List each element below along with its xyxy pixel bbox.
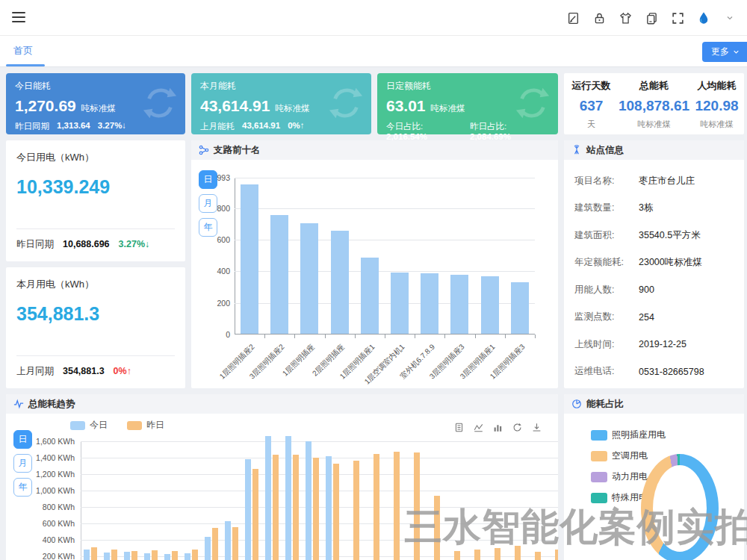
usage-percent: 0%↑ — [114, 366, 131, 376]
usage-value: 10,339.249 — [16, 176, 110, 198]
trend-bar-today[interactable] — [104, 553, 111, 560]
fullscreen-icon[interactable] — [671, 11, 684, 25]
theme-tshirt-icon[interactable] — [619, 11, 632, 25]
trend-bar-yesterday[interactable] — [333, 464, 340, 560]
trend-bar-today[interactable] — [124, 552, 131, 560]
trend-bar-today[interactable] — [285, 436, 292, 560]
site-info-row: 建筑数量:3栋 — [574, 195, 734, 223]
trend-bar-yesterday[interactable] — [232, 527, 239, 560]
bar-chart-icon[interactable] — [493, 423, 503, 432]
kpi-sub-label: 上月能耗 — [200, 121, 235, 132]
download-icon[interactable] — [532, 423, 542, 432]
site-info-row: 项目名称:枣庄市台儿庄 — [574, 167, 734, 195]
branch-bar[interactable] — [421, 273, 438, 334]
panel-title: 站点信息 — [586, 144, 624, 157]
kpi-unit: 吨标准煤 — [81, 103, 116, 114]
water-drop-logo[interactable] — [697, 11, 710, 25]
branch-bar[interactable] — [450, 275, 468, 334]
trend-bar-yesterday[interactable] — [394, 452, 400, 560]
chart-toolbar — [454, 423, 542, 432]
chevron-down-icon[interactable] — [723, 11, 737, 25]
recycle-icon — [142, 85, 178, 124]
usage-sub-label: 昨日同期 — [16, 238, 54, 251]
kpi-card-month-energy: 本月能耗 43,614.91吨标准煤 上月能耗43,614.910%↑ — [191, 73, 371, 134]
kpi-sub-value: 43,614.91 — [242, 121, 280, 132]
edit-note-icon[interactable] — [566, 11, 580, 25]
y-axis-tick: 1,400 KWh — [33, 453, 75, 462]
legend-swatch — [591, 430, 607, 441]
branch-top10-panel: 支路前十名 日 月 年 02004006008009931层照明插座23层照明插… — [191, 140, 558, 388]
legend-item[interactable]: 昨日 — [127, 419, 164, 432]
trend-bar-today[interactable] — [144, 553, 151, 560]
today-electricity-card: 今日用电（kWh） 10,339.249 昨日同期 10,688.696 3.2… — [6, 140, 185, 261]
data-view-icon[interactable] — [454, 423, 464, 432]
panel-title: 总能耗趋势 — [28, 398, 75, 411]
legend-item[interactable]: 照明插座用电 — [591, 429, 666, 441]
legend-item[interactable]: 空调用电 — [591, 449, 666, 462]
trend-bar-today[interactable] — [326, 456, 332, 560]
branch-bar[interactable] — [241, 184, 258, 334]
documents-icon[interactable] — [645, 11, 658, 25]
refresh-icon[interactable] — [512, 423, 522, 432]
trend-bar-yesterday[interactable] — [152, 550, 158, 560]
site-info-row: 年定额能耗:23000吨标准煤 — [574, 249, 734, 277]
trend-bar-today[interactable] — [185, 553, 191, 560]
period-year-button[interactable]: 年 — [199, 218, 217, 237]
branch-bar[interactable] — [481, 276, 499, 334]
period-year-button[interactable]: 年 — [13, 478, 32, 497]
legend-label: 照明插座用电 — [612, 429, 666, 441]
trend-bar-today[interactable] — [245, 459, 252, 560]
branch-bar-chart[interactable]: 02004006008009931层照明插座23层照明插座21层照明插座2层照明… — [235, 178, 535, 335]
tab-active-underline — [6, 64, 45, 66]
trend-bar-yesterday[interactable] — [212, 528, 219, 560]
trend-bar-yesterday[interactable] — [252, 469, 259, 560]
branch-bar[interactable] — [511, 282, 529, 334]
kpi-sub-percent: 0%↑ — [288, 121, 304, 132]
trend-bar-yesterday[interactable] — [353, 461, 360, 560]
branch-bar[interactable] — [331, 231, 349, 335]
recycle-icon — [515, 85, 551, 124]
trend-bar-yesterday[interactable] — [192, 550, 199, 560]
site-info-row: 用能人数:900 — [574, 276, 734, 304]
usage-sub-value: 10,688.696 — [63, 239, 110, 249]
trend-bar-today[interactable] — [225, 521, 232, 560]
y-axis-tick: 200 KWh — [33, 552, 75, 560]
period-day-button[interactable]: 日 — [13, 430, 32, 449]
branch-bar[interactable] — [270, 215, 288, 334]
lock-icon[interactable] — [592, 11, 606, 25]
branch-bar[interactable] — [391, 273, 409, 335]
trend-bar-yesterday[interactable] — [273, 455, 279, 560]
trend-bar-today[interactable] — [164, 554, 171, 560]
trend-bar-yesterday[interactable] — [293, 455, 300, 560]
y-axis-tick: 200 — [191, 299, 230, 308]
y-axis-tick: 600 — [191, 235, 230, 244]
legend-swatch — [70, 421, 85, 430]
trend-bar-today[interactable] — [205, 537, 211, 560]
trend-bar-yesterday[interactable] — [111, 550, 118, 560]
trend-bar-yesterday[interactable] — [91, 547, 98, 560]
kpi-sub-pair: 昨日占比: 2,084.69% — [470, 121, 546, 141]
trend-bar-today[interactable] — [306, 441, 312, 560]
tab-home[interactable]: 首页 — [7, 36, 39, 66]
legend-item[interactable]: 今日 — [70, 419, 108, 432]
site-info-panel: 站点信息 项目名称:枣庄市台儿庄建筑数量:3栋建筑面积:35540.5平方米年定… — [564, 140, 744, 388]
trend-bar-today[interactable] — [84, 550, 90, 560]
trend-bar-today[interactable] — [265, 436, 272, 560]
period-month-button[interactable]: 月 — [13, 454, 32, 473]
line-chart-icon[interactable] — [474, 423, 483, 432]
kpi-sub-label: 昨日同期 — [15, 121, 49, 132]
menu-toggle-icon[interactable] — [12, 12, 25, 23]
trend-bar-yesterday[interactable] — [374, 454, 380, 560]
kpi-value: 63.01 — [386, 97, 426, 115]
panel-header: 总能耗趋势 — [6, 394, 558, 414]
branch-bar[interactable] — [361, 258, 379, 334]
more-button[interactable]: 更多 — [702, 42, 747, 62]
divider — [16, 228, 175, 229]
branch-bar[interactable] — [300, 223, 318, 334]
stat-total-energy: 总能耗 108,878.61 吨标准煤 — [619, 73, 689, 134]
trend-bar-yesterday[interactable] — [131, 551, 138, 560]
trend-bar-yesterday[interactable] — [313, 458, 320, 560]
usage-percent: 3.27%↓ — [119, 239, 150, 249]
kpi-sub-pair: 今日占比: 2,016.54% — [386, 121, 462, 141]
trend-bar-yesterday[interactable] — [172, 551, 179, 560]
